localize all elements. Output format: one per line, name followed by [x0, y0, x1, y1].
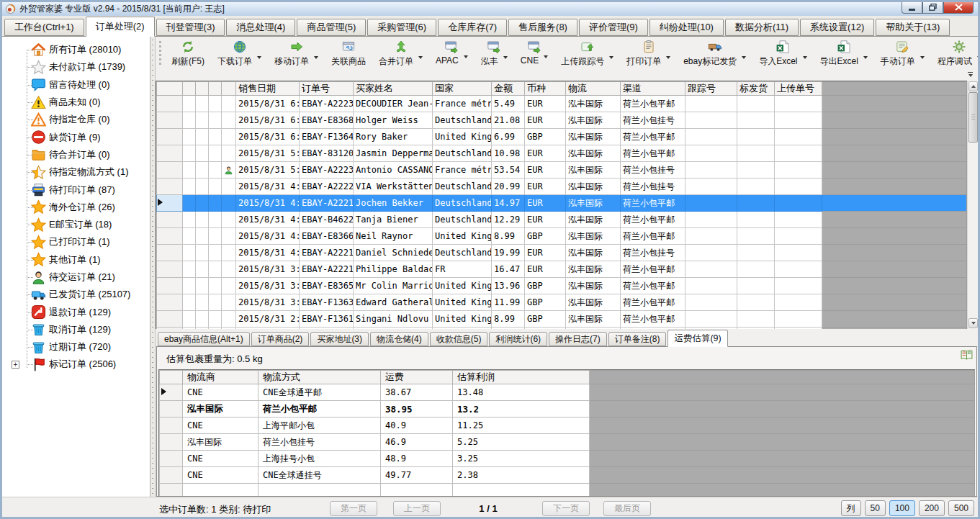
cell-order_no[interactable]: EBAY-83120... — [300, 145, 354, 162]
row-selector-cell[interactable] — [157, 112, 183, 129]
flag-cell[interactable] — [222, 278, 236, 294]
dropdown-arrow-icon[interactable] — [503, 56, 508, 59]
est-row-selector-cell[interactable] — [160, 451, 183, 467]
cell-order_no[interactable]: EBAY-A22218 — [300, 245, 354, 261]
cell-date[interactable]: 2015/8/31 6:08 — [236, 129, 300, 145]
estimate-row[interactable]: 泓丰国际荷兰小包平邮38.9513.2 — [160, 401, 975, 418]
cell-logistics[interactable]: 泓丰国际 — [566, 179, 621, 195]
detail-tab-8[interactable]: 订单备注(8) — [608, 332, 667, 346]
menu-tab-10[interactable]: 纠纷处理(10) — [649, 19, 724, 36]
cell-order_no[interactable]: EBAY-A22217 — [300, 261, 354, 278]
cell-currency[interactable]: EUR — [525, 261, 566, 278]
cell-currency[interactable]: GBP — [525, 311, 566, 328]
column-header[interactable]: 上传单号 — [775, 82, 822, 96]
dropdown-arrow-icon[interactable] — [609, 56, 613, 59]
cell-channel[interactable]: 荷兰小包平邮 — [621, 261, 685, 278]
cell-amount[interactable]: 53.54 — [492, 162, 525, 179]
cell-logistics[interactable]: 泓丰国际 — [566, 294, 621, 311]
sidebar-item-17[interactable]: 过期订单 (720) — [2, 338, 150, 356]
detail-tab-6[interactable]: 利润统计(6) — [489, 332, 547, 346]
flag-cell[interactable] — [196, 112, 209, 129]
cell-upload_no[interactable] — [775, 179, 822, 195]
flag-cell[interactable] — [183, 129, 196, 145]
cell-tracking_no[interactable] — [685, 129, 737, 145]
sidebar-item-4[interactable]: 待指定仓库 (0) — [2, 111, 150, 128]
cell-logistics[interactable]: 泓丰国际 — [566, 212, 621, 228]
cell-channel[interactable]: 荷兰小包平邮 — [621, 311, 685, 328]
expand-plus-icon[interactable]: + — [12, 361, 19, 369]
cell-mark_shipped[interactable] — [737, 162, 775, 179]
cell-logistics[interactable]: 泓丰国际 — [566, 162, 621, 179]
cell-mark_shipped[interactable] — [737, 228, 775, 245]
est-cell-profit[interactable]: 13.2 — [453, 401, 590, 418]
order-row[interactable]: 2015/8/31 2:55EBAY-F1361Singani NdlovuUn… — [157, 311, 967, 328]
flag-cell[interactable] — [183, 112, 196, 129]
cell-upload_no[interactable] — [775, 212, 822, 228]
column-header-blank[interactable] — [209, 82, 222, 96]
cell-currency[interactable]: EUR — [525, 112, 566, 129]
order-row[interactable]: 2015/8/31 3:30EBAY-E8365Mr Colin Marriot… — [157, 278, 967, 294]
flag-cell[interactable] — [196, 228, 209, 245]
est-row-selector-cell[interactable] — [160, 434, 183, 451]
cell-date[interactable]: 2015/8/31 5:47 — [236, 162, 300, 179]
cell-logistics[interactable]: 泓丰国际 — [566, 129, 621, 145]
cell-amount[interactable]: 21.08 — [492, 112, 525, 129]
flag-cell[interactable] — [209, 129, 222, 145]
est-cell-method[interactable]: 上海平邮小包 — [259, 418, 381, 434]
cell-channel[interactable]: 荷兰小包平邮 — [621, 195, 685, 212]
row-selector-cell[interactable] — [157, 212, 183, 228]
cell-channel[interactable]: 荷兰小包平邮 — [621, 294, 685, 311]
scroll-down-button[interactable] — [968, 318, 978, 328]
row-selector-cell[interactable] — [157, 162, 183, 179]
row-selector-cell[interactable] — [157, 96, 183, 112]
detail-tab-3[interactable]: 买家地址(3) — [310, 332, 369, 346]
cell-currency[interactable]: GBP — [525, 294, 566, 311]
column-header-blank[interactable] — [196, 82, 209, 96]
estimate-row[interactable]: CNECNE全球通平邮38.6713.48 — [160, 384, 975, 401]
cell-country[interactable]: Deutschland — [433, 195, 492, 212]
est-cell-method[interactable] — [259, 484, 381, 497]
scroll-up-button[interactable] — [968, 81, 978, 91]
toolbar-button-14[interactable]: 程序调试 — [932, 39, 978, 68]
cell-amount[interactable]: 10.98 — [492, 145, 525, 162]
cell-date[interactable]: 2015/8/31 4:11 — [236, 228, 300, 245]
row-selector-cell[interactable] — [157, 179, 183, 195]
estimate-row[interactable]: CNECNE全球通挂号49.772.38 — [160, 467, 975, 484]
cell-buyer[interactable]: Neil Raynor — [354, 228, 433, 245]
est-cell-profit[interactable]: 5.25 — [453, 434, 590, 451]
page-size-50[interactable]: 50 — [865, 500, 886, 516]
cell-buyer[interactable]: Singani Ndlovu — [354, 311, 433, 328]
cell-order_no[interactable]: EBAY-F1364 — [300, 129, 354, 145]
cell-channel[interactable]: 荷兰小包平邮 — [621, 278, 685, 294]
cell-buyer[interactable]: Jasmin Deppermann — [354, 145, 433, 162]
flag-cell[interactable] — [183, 261, 196, 278]
flag-cell[interactable] — [209, 112, 222, 129]
cell-currency[interactable]: EUR — [525, 245, 566, 261]
cell-mark_shipped[interactable] — [737, 311, 775, 328]
row-selector-cell[interactable] — [157, 294, 183, 311]
cell-mark_shipped[interactable] — [737, 112, 775, 129]
est-cell-method[interactable]: 荷兰小包挂号 — [259, 434, 381, 451]
toolbar-button-11[interactable]: 导入Excel — [753, 39, 812, 68]
cell-amount[interactable]: 13.96 — [492, 278, 525, 294]
estimate-row[interactable]: CNE上海挂号小包48.93.25 — [160, 451, 975, 467]
cell-tracking_no[interactable] — [685, 145, 737, 162]
flag-cell[interactable] — [183, 245, 196, 261]
cell-tracking_no[interactable] — [685, 294, 737, 311]
dropdown-arrow-icon[interactable] — [314, 56, 318, 59]
cell-logistics[interactable]: 泓丰国际 — [566, 245, 621, 261]
flag-cell[interactable] — [209, 179, 222, 195]
order-row[interactable]: 2015/8/31 4:46EBAY-A22219Jochen BekkerDe… — [157, 195, 967, 212]
column-header-blank[interactable] — [157, 82, 183, 96]
cell-order_no[interactable]: EBAY-A22236 — [300, 96, 354, 112]
sidebar-item-14[interactable]: 已发货订单 (25107) — [2, 286, 150, 303]
page-size-200[interactable]: 200 — [919, 500, 945, 516]
flag-cell[interactable] — [196, 294, 209, 311]
cell-country[interactable]: Deutschland — [433, 245, 492, 261]
flag-cell[interactable] — [209, 162, 222, 179]
est-cell-profit[interactable]: 2.38 — [453, 467, 590, 484]
cell-currency[interactable]: EUR — [525, 145, 566, 162]
flag-cell[interactable] — [222, 195, 236, 212]
cell-amount[interactable]: 11.99 — [492, 294, 525, 311]
flag-cell[interactable] — [222, 96, 236, 112]
